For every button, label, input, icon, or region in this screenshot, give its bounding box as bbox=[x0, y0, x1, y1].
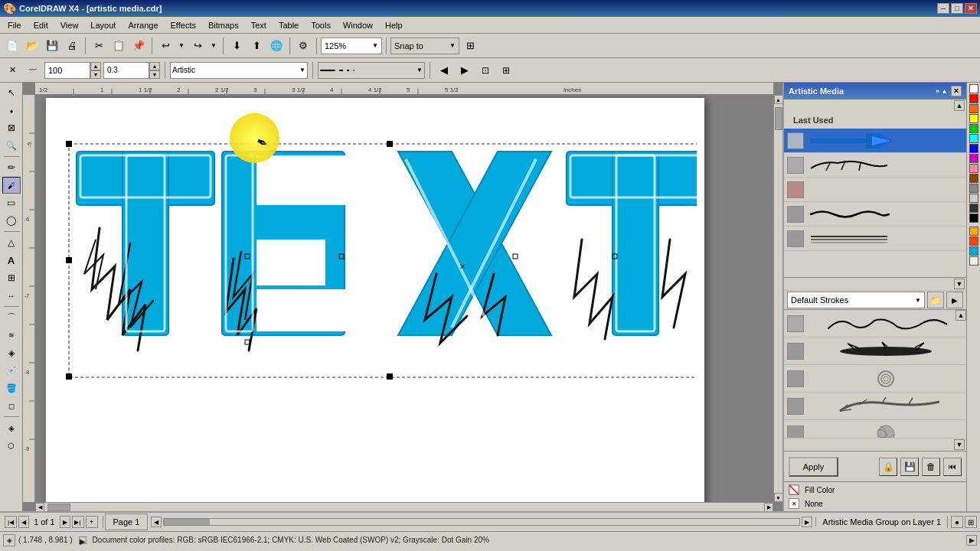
table-tool[interactable]: ⊞ bbox=[2, 269, 21, 286]
fit-btn[interactable]: ⊞ bbox=[965, 516, 977, 528]
color-brown[interactable] bbox=[969, 174, 978, 183]
align-button[interactable]: ⊞ bbox=[461, 37, 479, 55]
panel-minimize-icon[interactable]: ▲ bbox=[941, 87, 948, 95]
menu-help[interactable]: Help bbox=[379, 19, 409, 31]
stroke-folder-btn[interactable]: 📁 bbox=[927, 292, 944, 308]
smart-fill-tool[interactable]: ⬡ bbox=[2, 437, 21, 454]
snap-dropdown-arrow[interactable]: ▼ bbox=[449, 42, 456, 49]
style-dropdown[interactable]: Artistic ▼ bbox=[170, 62, 308, 79]
info-expand-btn[interactable]: ▶ bbox=[79, 536, 87, 544]
size-up[interactable]: ▲ bbox=[90, 62, 101, 70]
panel-close-button[interactable]: ✕ bbox=[951, 86, 962, 96]
stroke-style-dropdown[interactable]: ▼ bbox=[318, 62, 425, 79]
zoom-dropdown-arrow[interactable]: ▼ bbox=[372, 42, 378, 49]
menu-tools[interactable]: Tools bbox=[305, 19, 337, 31]
stroke-item-2[interactable] bbox=[784, 337, 966, 365]
stroke-item-3[interactable] bbox=[784, 365, 966, 393]
polygon-tool[interactable]: △ bbox=[2, 234, 21, 251]
artistic-media-tool[interactable]: 🖌 bbox=[2, 177, 21, 194]
menu-edit[interactable]: Edit bbox=[28, 19, 54, 31]
maximize-button[interactable]: □ bbox=[951, 3, 963, 14]
stroke-scroll-up[interactable]: ▲ bbox=[956, 310, 966, 321]
menu-effects[interactable]: Effects bbox=[165, 19, 202, 31]
color-cream[interactable] bbox=[969, 256, 978, 266]
transparency-tool[interactable]: ◈ bbox=[2, 344, 21, 361]
vscroll-thumb[interactable] bbox=[775, 107, 782, 130]
stroke-scroll-down[interactable]: ▼ bbox=[954, 439, 965, 450]
size-field[interactable] bbox=[48, 66, 87, 75]
menu-text[interactable]: Text bbox=[245, 19, 273, 31]
menu-arrange[interactable]: Arrange bbox=[122, 19, 164, 31]
size-down[interactable]: ▼ bbox=[90, 70, 101, 79]
canvas-area[interactable]: 1/2 1 1 1/2 2 2 1/2 3 3 1/2 4 4 1/2 5 bbox=[23, 83, 782, 511]
color-black[interactable] bbox=[969, 214, 978, 223]
hscroll-track[interactable] bbox=[163, 518, 800, 526]
color-yellow[interactable] bbox=[969, 114, 978, 123]
thickness-input[interactable]: 0.3 bbox=[103, 62, 149, 79]
page-prev-btn[interactable]: ◀ bbox=[18, 516, 29, 528]
stroke-item-1[interactable] bbox=[784, 310, 966, 337]
fill-tool[interactable]: 🪣 bbox=[2, 380, 21, 396]
color-gray[interactable] bbox=[969, 184, 978, 193]
copy-button[interactable]: 📋 bbox=[109, 37, 128, 55]
hscroll-left-btn[interactable]: ◀ bbox=[151, 517, 162, 527]
undo-dropdown[interactable]: ▼ bbox=[176, 37, 187, 55]
zoom-level-box[interactable]: 125% ▼ bbox=[321, 37, 382, 54]
vscroll-up[interactable]: ▲ bbox=[774, 95, 783, 104]
snap-to-box[interactable]: Snap to ▼ bbox=[390, 37, 459, 54]
print-button[interactable]: 🖨 bbox=[63, 37, 81, 55]
size-input[interactable] bbox=[44, 62, 90, 79]
vscroll-down[interactable]: ▼ bbox=[774, 493, 783, 502]
outline-tool[interactable]: ◻ bbox=[2, 397, 21, 414]
panel-media-btn[interactable]: ⏮ bbox=[943, 458, 962, 476]
info-close-btn[interactable]: ▶ bbox=[966, 535, 977, 546]
page-tab[interactable]: Page 1 bbox=[105, 514, 149, 530]
apply-button[interactable]: Apply bbox=[789, 457, 838, 477]
h-scroll-bar[interactable]: ◀ ▶ bbox=[148, 517, 815, 527]
interactive-fill-tool[interactable]: ◈ bbox=[2, 419, 21, 436]
close-button[interactable]: ✕ bbox=[965, 3, 977, 14]
nodes-btn[interactable]: ⊞ bbox=[497, 61, 515, 80]
thickness-up[interactable]: ▲ bbox=[149, 62, 160, 70]
save-stroke-btn[interactable]: 💾 bbox=[900, 458, 919, 476]
delete-stroke-btn[interactable]: 🗑 bbox=[922, 458, 940, 476]
ellipse-tool[interactable]: ◯ bbox=[2, 212, 21, 229]
color-orange[interactable] bbox=[969, 104, 978, 113]
freehand-tool[interactable]: ✏ bbox=[2, 159, 21, 176]
stroke-settings-btn[interactable]: ▶ bbox=[946, 292, 963, 308]
last-used-item-4[interactable] bbox=[784, 202, 966, 227]
horizontal-scrollbar[interactable]: ◀ ▶ bbox=[35, 502, 773, 511]
stroke-item-4[interactable] bbox=[784, 393, 966, 420]
vertical-scrollbar[interactable]: ▲ ▼ bbox=[773, 95, 782, 502]
page-next-btn[interactable]: ▶ bbox=[60, 516, 70, 528]
cut-button[interactable]: ✂ bbox=[90, 37, 108, 55]
stroke-start-btn[interactable]: ◀ bbox=[435, 61, 453, 80]
panel-expand-icon[interactable]: » bbox=[936, 87, 939, 95]
minimize-button[interactable]: ─ bbox=[937, 3, 949, 14]
last-used-item-2[interactable] bbox=[784, 153, 966, 178]
fill-color-icon[interactable] bbox=[789, 484, 799, 495]
crop-tool[interactable]: ⊠ bbox=[2, 119, 21, 136]
menu-bitmaps[interactable]: Bitmaps bbox=[202, 19, 245, 31]
save-button[interactable]: 💾 bbox=[43, 37, 61, 55]
last-used-item-5[interactable] bbox=[784, 227, 966, 251]
titlebar-controls[interactable]: ─ □ ✕ bbox=[937, 3, 977, 14]
eyedropper-tool[interactable]: 💉 bbox=[2, 362, 21, 379]
import-button[interactable]: ⬇ bbox=[227, 37, 246, 55]
color-mode-btn[interactable]: ● bbox=[951, 516, 963, 528]
color-sky[interactable] bbox=[969, 246, 978, 256]
coordinates-icon[interactable]: ◈ bbox=[3, 534, 15, 546]
color-purple[interactable] bbox=[969, 154, 978, 163]
color-cyan[interactable] bbox=[969, 134, 978, 143]
color-vermillion[interactable] bbox=[969, 236, 978, 246]
blend-tool[interactable]: ≋ bbox=[2, 327, 21, 344]
page-first-btn[interactable]: |◀ bbox=[5, 516, 17, 528]
stroke-item-5[interactable] bbox=[784, 420, 966, 438]
dimension-tool[interactable]: ↔ bbox=[2, 287, 21, 304]
transform-btn[interactable]: ⊡ bbox=[476, 61, 495, 80]
hscroll-thumb[interactable] bbox=[47, 504, 70, 511]
hscroll-left[interactable]: ◀ bbox=[35, 503, 44, 512]
freehand-tool-prop[interactable]: 〰 bbox=[24, 61, 42, 80]
color-lt-gray[interactable] bbox=[969, 194, 978, 203]
options-button[interactable]: ⚙ bbox=[294, 37, 312, 55]
